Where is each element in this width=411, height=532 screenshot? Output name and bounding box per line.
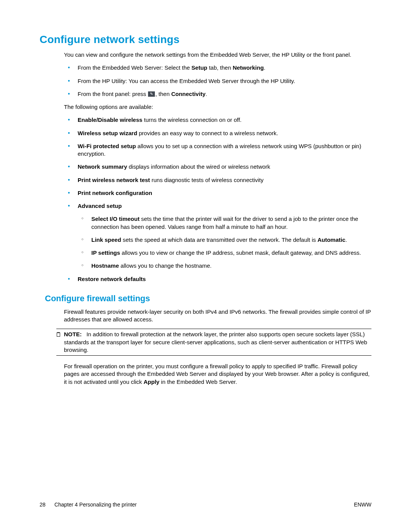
list-item: From the Embedded Web Server: Select the…: [64, 64, 371, 72]
option-name: Wi-Fi protected setup: [78, 143, 136, 149]
list-item: Select I/O timeout sets the time that th…: [78, 215, 371, 231]
footer-right-label: ENWW: [354, 502, 371, 508]
list-item: Wi-Fi protected setup allows you to set …: [64, 142, 371, 158]
text: tab, then: [207, 64, 233, 71]
text: runs diagnostic tests of wireless connec…: [150, 177, 263, 183]
note-label: NOTE:: [64, 331, 82, 337]
text: in the Embedded Web Server.: [159, 379, 237, 385]
text: .: [206, 91, 207, 97]
text: , then: [155, 91, 171, 97]
option-name: Restore network defaults: [78, 276, 146, 282]
automatic-label: Automatic: [317, 236, 345, 243]
list-item: From the HP Utility: You can access the …: [64, 77, 371, 85]
heading-configure-network: Configure network settings: [40, 34, 371, 46]
apply-label: Apply: [143, 379, 159, 385]
text: displays information about the wired or …: [127, 163, 270, 170]
option-name: Enable/Disable wireless: [78, 117, 142, 123]
text: allows you to view or change the IP addr…: [120, 249, 361, 256]
chapter-title: Chapter 4 Personalizing the printer: [54, 502, 137, 508]
option-name: Print network configuration: [78, 190, 152, 196]
text: allows you to change the hostname.: [119, 262, 212, 269]
option-name: Advanced setup: [78, 203, 122, 209]
text: provides an easy way to connect to a wir…: [137, 130, 278, 136]
text: From the front panel: press: [78, 91, 148, 97]
setup-tab-label: Setup: [191, 64, 207, 71]
firewall-intro: Firewall features provide network-layer …: [64, 308, 371, 324]
text: turns the wireless connection on or off.: [142, 117, 242, 123]
firewall-operation: For firewall operation on the printer, y…: [64, 363, 371, 386]
list-item: Wireless setup wizard provides an easy w…: [64, 129, 371, 137]
access-methods-list: From the Embedded Web Server: Select the…: [64, 64, 371, 98]
connectivity-label: Connectivity: [171, 91, 206, 97]
option-name: Wireless setup wizard: [78, 130, 137, 136]
option-name: Print wireless network test: [78, 177, 150, 183]
intro-paragraph: You can view and configure the network s…: [64, 51, 371, 59]
sub-option-name: Select I/O timeout: [91, 216, 140, 222]
text: From the Embedded Web Server: Select the: [78, 64, 191, 71]
sub-option-name: Link speed: [91, 236, 121, 243]
list-item: IP settings allows you to view or change…: [78, 249, 371, 257]
list-item: Enable/Disable wireless turns the wirele…: [64, 116, 371, 124]
list-item: Advanced setup Select I/O timeout sets t…: [64, 202, 371, 270]
text: sets the speed at which data are transmi…: [121, 236, 317, 243]
options-list: Enable/Disable wireless turns the wirele…: [64, 116, 371, 283]
document-page: Configure network settings You can view …: [0, 0, 411, 532]
networking-label: Networking: [233, 64, 264, 71]
sub-option-name: IP settings: [91, 249, 120, 256]
advanced-setup-list: Select I/O timeout sets the time that th…: [78, 215, 371, 270]
list-item: Network summary displays information abo…: [64, 163, 371, 171]
page-number: 28: [40, 502, 46, 508]
list-item: Print network configuration: [64, 189, 371, 197]
option-name: Network summary: [78, 163, 127, 170]
list-item: Restore network defaults: [64, 275, 371, 283]
sub-option-name: Hostname: [91, 262, 119, 269]
text: .: [264, 64, 265, 71]
text: .: [346, 236, 347, 243]
note-body: In addition to firewall protection at th…: [64, 331, 367, 353]
options-available-label: The following options are available:: [64, 103, 371, 111]
heading-configure-firewall: Configure firewall settings: [45, 294, 371, 304]
note-block: 🗒 NOTE: In addition to firewall protecti…: [56, 329, 371, 356]
list-item: Link speed sets the speed at which data …: [78, 236, 371, 244]
list-item: From the front panel: press , then Conne…: [64, 90, 371, 98]
note-icon: 🗒: [56, 331, 62, 339]
wrench-icon: [148, 91, 155, 97]
page-footer: 28 Chapter 4 Personalizing the printer E…: [40, 502, 371, 508]
list-item: Print wireless network test runs diagnos…: [64, 176, 371, 184]
list-item: Hostname allows you to change the hostna…: [78, 262, 371, 270]
